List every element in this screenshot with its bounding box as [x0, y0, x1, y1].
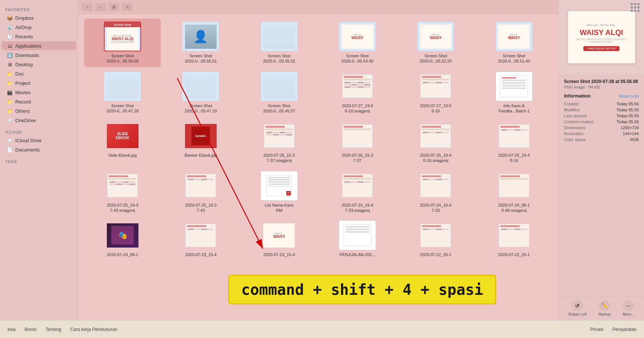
file-item[interactable]: HELLO, WAISY Screen Shot2020-0...05.52.2… [397, 19, 474, 67]
file-item[interactable]: 2020-07-24_16-47-33 [397, 168, 474, 216]
file-item[interactable]: Screen Shot2020-0...05.47.20 [162, 68, 239, 117]
file-name: 2020-07-22_20-1 [420, 252, 451, 257]
sidebar-item-project[interactable]: 📁 Project [1, 79, 76, 87]
sidebar-item-downloads[interactable]: ⬇️ Downloads [1, 51, 76, 60]
file-item[interactable]: Screen Shot HELLO, WITH ME, WAISY ALQI D… [84, 19, 161, 67]
desktop-icon: 🖥 [7, 61, 13, 67]
sidebar-item-doc[interactable]: 📁 Doc [1, 69, 76, 78]
sidebar-item-documents[interactable]: 📄 Documents [1, 145, 76, 154]
sort-button[interactable]: ≡ [122, 3, 133, 11]
file-item[interactable]: 👤 Screen Shot2020-0...05.55.51 [162, 19, 239, 67]
sidebar-item-onedrive[interactable]: ☁️ OneDrive [1, 116, 76, 125]
file-item[interactable]: Screen Shot2020-0...05.45.57 [241, 68, 318, 117]
file-item[interactable]: PENJUALAN-202... [319, 217, 396, 260]
file-item[interactable]: 2020-07-26_15-37-37.snagproj [241, 118, 318, 166]
info-row-content-created: Content created Today 05.56 [564, 119, 639, 124]
file-item[interactable]: HELLO, WAISY 2020-07-23_15-4 [241, 217, 318, 260]
file-item[interactable]: HELLO, WAISY Screen Shot2020-0...05.51.4… [476, 19, 552, 67]
info-panel: Screen Shot 2020-07-28 at 05.56.08 PNG i… [559, 74, 644, 296]
file-name: Banner Ebook.jpg [185, 153, 217, 158]
file-item[interactable]: HELLO, WAISY Screen Shot2020-0...05.54.4… [319, 19, 396, 67]
file-name: 2020-07-26_15-37-37 [342, 153, 373, 163]
file-thumbnail [182, 171, 219, 201]
file-thumbnail [104, 171, 141, 201]
bottom-bar-left: esia Bisnis Tentang Cara kerja Penelusur… [7, 327, 117, 332]
sidebar-item-label: Applications [15, 43, 41, 49]
sidebar-item-dropbox[interactable]: 📦 Dropbox [1, 13, 76, 22]
file-item[interactable]: 2020-07-25_19-40-16.snagproj [397, 118, 474, 166]
sidebar-item-airdrop[interactable]: 📡 AirDrop [1, 23, 76, 32]
file-name: Slide Ebook.jpg [108, 153, 137, 158]
file-thumbnail [495, 121, 533, 151]
file-item[interactable]: 2020-07-23_15-4 [162, 217, 239, 260]
show-less-button[interactable]: Show Less [619, 94, 639, 98]
more-button[interactable]: ··· More... [623, 300, 634, 316]
sidebar-item-others[interactable]: 📁 Others [1, 106, 76, 115]
file-thumbnail [339, 121, 376, 151]
bottom-bar-item-cara-kerja[interactable]: Cara kerja Penelusuran [70, 327, 117, 332]
forward-button[interactable]: › [95, 3, 106, 11]
file-item[interactable]: 🎭 2020-07-24_08-1 [84, 217, 161, 260]
file-item[interactable]: 2020-07-25_19-40-16 [476, 118, 552, 166]
file-thumbnail: HELLO, WAISY [339, 22, 376, 51]
file-item[interactable]: SLIDEEBOOK Slide Ebook.jpg [84, 118, 161, 166]
file-item[interactable]: Screen Shot2020-0...05.47.28 [84, 68, 161, 117]
doc-icon: 📁 [7, 71, 13, 77]
bottom-bar-item-tentang[interactable]: Tentang [45, 327, 61, 332]
file-item[interactable]: 2020-07-22_20-1 [476, 217, 552, 260]
file-item[interactable]: 2020-07-24_08-18-49.snagproj [476, 168, 552, 216]
rotate-left-button[interactable]: ↺ Rotate Left [568, 300, 587, 316]
sidebar-item-label: Dropbox [15, 15, 34, 21]
file-item[interactable]: 2020-07-24_16-47-33.snagproj [319, 168, 396, 216]
preview-card-button[interactable]: • FREE EBOOK REPORT [583, 46, 619, 51]
keyboard-shortcut-label: command + shift + 4 + spasi [228, 275, 496, 304]
file-thumbnail [339, 220, 376, 250]
file-item[interactable]: 2020-07-25_19-37-43 [162, 168, 239, 216]
sidebar-item-movies[interactable]: 🎬 Movies [1, 88, 76, 97]
apps-grid-icon[interactable] [631, 3, 640, 12]
file-name: 2020-07-24_16-47-33 [420, 203, 451, 213]
sidebar-item-label: Movies [15, 90, 31, 95]
grid-dot [634, 6, 636, 9]
preview-card: HELLO, WITH ME, WAISY ALQI DIGITAL MARKE… [568, 11, 635, 63]
bottom-bar-item-privasi[interactable]: Privasi [590, 327, 603, 332]
grid-dot [631, 3, 633, 5]
file-item[interactable]: 2020-07-27_19-56-10.snagproj [319, 68, 396, 117]
finder-window: Favorites 📦 Dropbox 📡 AirDrop 🕐 Recents … [0, 0, 644, 320]
file-item[interactable]: Screen Shot2020-0...05.55.02 [241, 19, 318, 67]
file-name: 2020-07-23_15-4 [185, 252, 216, 257]
bottom-bar-item-bisnis[interactable]: Bisnis [25, 327, 36, 332]
back-button[interactable]: ‹ [82, 3, 92, 11]
view-button[interactable]: ⊞ [109, 3, 119, 11]
file-item[interactable]: 2020-07-26_15-37-37 [319, 118, 396, 166]
markup-button[interactable]: ✏️ Markup [599, 300, 611, 316]
sidebar-item-desktop[interactable]: 🖥 Desktop [1, 60, 76, 69]
file-item[interactable]: BANNER Banner Ebook.jpg [162, 118, 239, 166]
sidebar-item-recents[interactable]: 🕐 Recents [1, 32, 76, 41]
file-item[interactable]: 2020-07-27_19-56-10 [397, 68, 474, 117]
file-item[interactable]: 2020-07-22_20-1 [397, 217, 474, 260]
tags-label: Tags [0, 157, 78, 165]
file-thumbnail [417, 121, 454, 151]
file-name: Screen Shot2020-0...05.52.25 [420, 53, 452, 64]
documents-icon: 📄 [7, 147, 13, 153]
file-item[interactable]: Info Kaos &Feedba...Batch 1 [476, 68, 552, 117]
info-filetype: PNG image · 94 KB [564, 85, 639, 89]
file-name: 2020-07-27_19-56-10.snagproj [342, 103, 373, 114]
favorites-label: Favorites [0, 5, 78, 13]
sidebar-item-label: Project [15, 80, 30, 86]
file-name: 2020-07-25_19-37-43.snagproj [107, 203, 138, 213]
file-thumbnail: 👤 [182, 22, 219, 51]
sidebar-item-record[interactable]: 📁 Record [1, 97, 76, 106]
bottom-bar-item-persyaratan[interactable]: Persyaratan [612, 327, 637, 332]
file-name: 2020-07-22_20-1 [498, 252, 530, 257]
file-item[interactable]: P List Nama KaosRM [241, 168, 318, 216]
info-label-created: Created [564, 102, 578, 106]
sidebar-item-applications[interactable]: 🗂 Applications [1, 41, 76, 50]
file-name: 2020-07-25_19-40-16 [498, 153, 530, 163]
bottom-bar-item-esia[interactable]: esia [7, 327, 16, 332]
file-thumbnail: P [261, 171, 298, 201]
file-item[interactable]: 2020-07-25_19-37-43.snagproj [84, 168, 161, 216]
grid-dot [637, 3, 640, 5]
sidebar-item-icloud-drive[interactable]: ☁️ iCloud Drive [1, 136, 76, 145]
